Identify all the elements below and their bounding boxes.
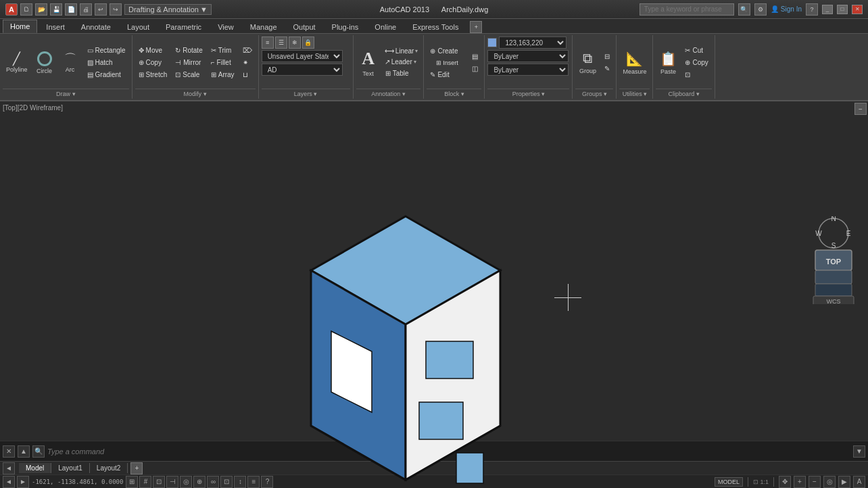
help-btn[interactable]: ? — [806, 3, 818, 16]
cmd-close-btn[interactable]: ✕ — [3, 445, 15, 458]
layer-props-btn[interactable]: ☰ — [275, 36, 287, 49]
text-btn[interactable]: A Text — [356, 47, 381, 79]
otrack-btn[interactable]: ∞ — [207, 476, 219, 488]
tab-model[interactable]: Model — [19, 463, 51, 473]
groups-group-title[interactable]: Groups ▾ — [575, 89, 613, 97]
copy-btn[interactable]: ⊕ Copy — [135, 57, 171, 68]
ortho-btn[interactable]: ⊣ — [166, 476, 178, 488]
tab-layout2[interactable]: Layout2 — [90, 463, 128, 473]
block-editor-btn[interactable]: ◫ — [468, 63, 481, 74]
color-dropdown[interactable]: 123,163,220 — [499, 36, 566, 49]
move-btn[interactable]: ✥ Move — [135, 45, 171, 56]
gradient-btn[interactable]: ▤ Gradient — [84, 69, 129, 80]
osnap-btn[interactable]: ⊕ — [193, 476, 206, 488]
hatch-btn[interactable]: ▨ Hatch — [84, 57, 129, 68]
cmd-find-btn[interactable]: 🔍 — [32, 445, 45, 458]
tab-layout1[interactable]: Layout1 — [51, 463, 90, 473]
insert-block-btn[interactable]: ⊞ Insert — [427, 57, 467, 68]
annotation-scale-btn[interactable]: A — [853, 476, 865, 488]
show-motion-btn[interactable]: ▶ — [838, 476, 850, 488]
copy-clipboard-btn[interactable]: ⊕ Copy — [681, 57, 711, 68]
tab-view[interactable]: View — [210, 20, 241, 33]
tab-express[interactable]: Express Tools — [405, 20, 466, 33]
create-block-btn[interactable]: ⊕ Create — [427, 45, 467, 57]
canvas-area[interactable]: [Top][2D Wireframe] — [0, 101, 868, 441]
add-tab-btn[interactable]: + — [130, 462, 143, 474]
print-btn[interactable]: 🖨 — [80, 3, 92, 16]
save-as-btn[interactable]: 📄 — [65, 3, 77, 16]
explode-btn[interactable]: ⁕ — [239, 57, 256, 68]
leader-dropdown[interactable]: ↗ Leader ▾ — [382, 57, 421, 67]
tab-prev-btn[interactable]: ◄ — [3, 462, 15, 474]
qp-btn[interactable]: ? — [261, 476, 273, 488]
rotate-btn[interactable]: ↻ Rotate — [172, 45, 206, 56]
cut-btn[interactable]: ✂ Cut — [681, 45, 711, 56]
tab-home[interactable]: Home — [3, 20, 37, 33]
viewport-minimize-btn[interactable]: − — [854, 103, 867, 115]
layers-group-title[interactable]: Layers ▾ — [262, 89, 350, 97]
workspace-dropdown[interactable]: Drafting & Annotation ▼ — [124, 4, 212, 15]
undo-btn[interactable]: ↩ — [95, 3, 107, 16]
circle-btn[interactable]: Circle — [32, 49, 57, 76]
mirror-btn[interactable]: ⊣ Mirror — [172, 57, 206, 68]
help-search-btn[interactable]: ⚙ — [754, 3, 767, 16]
annotation-group-title[interactable]: Annotation ▾ — [356, 89, 421, 97]
layer-dropdown[interactable]: AD — [262, 64, 343, 76]
tab-annotate[interactable]: Annotate — [74, 20, 118, 33]
plus-tab-icon[interactable]: + — [470, 21, 482, 33]
tab-plugins[interactable]: Plug-ins — [324, 20, 366, 33]
measure-btn[interactable]: 📐 Measure — [619, 49, 650, 77]
layer-state-mgr-btn[interactable]: ≡ — [262, 36, 274, 49]
tab-layout[interactable]: Layout — [120, 20, 157, 33]
minimize-btn[interactable]: _ — [822, 5, 833, 14]
extra-tab[interactable]: + — [470, 21, 482, 33]
draw-group-title[interactable]: Draw ▾ — [3, 89, 129, 97]
paste-special-btn[interactable]: ⊡ — [681, 69, 711, 80]
snap2-icon-btn[interactable]: ⊡ — [153, 476, 165, 488]
linear-dropdown[interactable]: ⟷ Linear ▾ — [382, 46, 421, 56]
app-icon[interactable]: A — [5, 3, 18, 16]
cmd-scroll-up-btn[interactable]: ▲ — [18, 445, 30, 458]
layer-state-dropdown[interactable]: Unsaved Layer State — [262, 50, 343, 62]
close-btn[interactable]: ✕ — [852, 5, 863, 14]
tab-parametric[interactable]: Parametric — [158, 20, 209, 33]
group-btn[interactable]: ⧉ Group — [575, 49, 600, 76]
layer-freeze-btn[interactable]: ❄ — [289, 36, 301, 49]
table-btn[interactable]: ⊞ Table — [382, 68, 421, 79]
tab-output[interactable]: Output — [286, 20, 323, 33]
group-edit-btn[interactable]: ✎ — [601, 63, 613, 74]
model-space-btn[interactable]: MODEL — [715, 477, 743, 487]
edit-block-btn[interactable]: ✎ Edit — [427, 69, 467, 80]
array-btn[interactable]: ⊞ Array — [208, 69, 238, 80]
save-btn[interactable]: 💾 — [50, 3, 62, 16]
pan-btn[interactable]: ✥ — [779, 476, 791, 488]
maximize-btn[interactable]: □ — [837, 5, 848, 14]
search-icon[interactable]: 🔍 — [738, 3, 750, 16]
snap-icon-btn[interactable]: ⊞ — [126, 476, 138, 488]
clipboard-group-title[interactable]: Clipboard ▾ — [656, 89, 711, 97]
dyn-btn[interactable]: ↕ — [234, 476, 246, 488]
tab-online[interactable]: Online — [367, 20, 404, 33]
viewcube[interactable]: N S W E TOP WCS — [810, 216, 857, 304]
tab-manage[interactable]: Manage — [243, 20, 285, 33]
arc-btn[interactable]: ⌒ Arc — [58, 51, 82, 75]
linetype-dropdown[interactable]: ByLayer — [487, 50, 569, 62]
block-group-title[interactable]: Block ▾ — [427, 89, 481, 97]
stretch-btn[interactable]: ⊞ Stretch — [135, 69, 171, 80]
zoom-out-btn[interactable]: − — [809, 476, 821, 488]
join-btn[interactable]: ⊔ — [239, 69, 256, 80]
erase-btn[interactable]: ⌦ — [239, 45, 256, 56]
ducs-btn[interactable]: ⊡ — [220, 476, 233, 488]
ungroup-btn[interactable]: ⊟ — [601, 51, 613, 62]
layer-lock-btn[interactable]: 🔒 — [302, 36, 314, 49]
scale-btn[interactable]: ⊡ Scale — [172, 69, 206, 80]
sign-in-button[interactable]: 👤 Sign In — [771, 5, 802, 13]
modify-group-title[interactable]: Modify ▾ — [135, 89, 256, 97]
zoom-in-btn[interactable]: + — [794, 476, 806, 488]
new-file-btn[interactable]: 🗋 — [20, 3, 32, 16]
polyline-btn[interactable]: ╱ Polyline — [3, 51, 31, 75]
lineweight-dropdown[interactable]: ByLayer — [487, 64, 569, 76]
paste-btn[interactable]: 📋 Paste — [656, 49, 680, 77]
rectangle-btn[interactable]: ▭ Rectangle — [84, 45, 129, 56]
utilities-group-title[interactable]: Utilities ▾ — [619, 89, 650, 97]
